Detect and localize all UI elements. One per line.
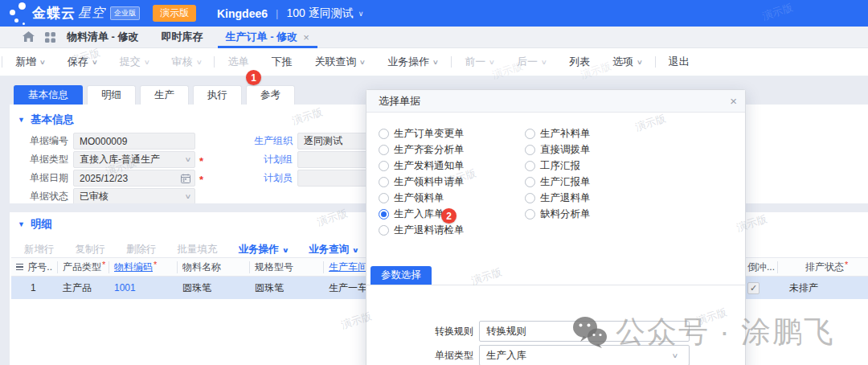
home-icon[interactable] bbox=[23, 31, 35, 43]
column-header-backflush[interactable]: 倒冲... bbox=[743, 261, 778, 273]
tab-reference[interactable]: 参考 bbox=[246, 85, 295, 105]
radio-icon bbox=[525, 193, 535, 203]
chevron-down-icon[interactable]: ∨ bbox=[358, 10, 364, 18]
dialog-header: 选择单据 × bbox=[366, 90, 745, 113]
radio-option[interactable]: 生产订单变更单 bbox=[379, 125, 465, 141]
copy-row-button[interactable]: 复制行 bbox=[76, 243, 106, 256]
chevron-down-icon: ∨ bbox=[489, 59, 495, 66]
toolbar-divider bbox=[451, 56, 452, 68]
next-button[interactable]: 后一∨ bbox=[517, 55, 547, 69]
topbar-divider: | bbox=[276, 7, 278, 19]
tab-basic-info[interactable]: 基本信息 bbox=[14, 85, 83, 105]
bill-type-select[interactable]: 生产入库∨ bbox=[479, 345, 690, 365]
radio-option[interactable]: 生产领料单 bbox=[379, 190, 465, 206]
add-row-button[interactable]: 新增行 bbox=[24, 243, 55, 256]
field-label: 计划员 bbox=[235, 171, 293, 185]
tab-parameter-select[interactable]: 参数选择 bbox=[371, 266, 432, 285]
batch-fill-button[interactable]: 批量填充 bbox=[178, 243, 218, 256]
tab-production-order-edit[interactable]: 生产订单 - 修改 × bbox=[215, 27, 321, 48]
radio-option[interactable]: 直接调拨单 bbox=[525, 141, 591, 158]
radio-option[interactable]: 生产汇报单 bbox=[525, 174, 591, 190]
chevron-down-icon: ∨ bbox=[185, 193, 192, 200]
chevron-down-icon: ∨ bbox=[672, 352, 679, 359]
action-toolbar: 新增∨ 保存∨ 提交∨ 审核∨ 选单 下推 关联查询∨ 业务操作∨ 前一∨ 后一… bbox=[0, 48, 868, 76]
audit-button[interactable]: 审核∨ bbox=[172, 55, 202, 69]
tab-bom-edit[interactable]: 物料清单 - 修改 bbox=[55, 27, 150, 48]
column-header-product-type[interactable]: 产品类型* bbox=[58, 261, 109, 273]
option-column-right: 生产补料单 直接调拨单 工序汇报 生产汇报单 生产退料单 缺料分析单 bbox=[525, 125, 591, 222]
radio-icon bbox=[379, 177, 389, 187]
row-business-operation-button[interactable]: 业务操作∨ bbox=[239, 243, 289, 256]
field-label: 单据编号 bbox=[10, 134, 68, 148]
column-header-spec[interactable]: 规格型号 bbox=[250, 261, 324, 273]
cell-seq: 1 bbox=[11, 282, 58, 293]
select-bill-button[interactable]: 选单 bbox=[227, 55, 248, 69]
radio-option[interactable]: 生产齐套分析单 bbox=[379, 141, 465, 158]
radio-option[interactable]: 生产补料单 bbox=[525, 125, 591, 141]
field-label: 单据类型 bbox=[366, 349, 473, 363]
required-asterisk: * bbox=[102, 260, 105, 269]
tab-execution[interactable]: 执行 bbox=[193, 85, 242, 105]
previous-button[interactable]: 前一∨ bbox=[465, 55, 494, 69]
cell-material-name: 圆珠笔 bbox=[178, 281, 250, 295]
chevron-down-icon: ∨ bbox=[195, 59, 202, 66]
radio-icon bbox=[525, 177, 535, 187]
radio-icon bbox=[379, 193, 389, 203]
bill-status-select[interactable]: 已审核∨ bbox=[73, 188, 195, 205]
row-menu-icon[interactable] bbox=[16, 262, 23, 273]
toolbar-divider bbox=[655, 56, 656, 68]
exit-button[interactable]: 退出 bbox=[669, 55, 690, 69]
push-down-button[interactable]: 下推 bbox=[271, 55, 292, 69]
cell-material-code[interactable]: 1001 bbox=[109, 282, 178, 293]
list-button[interactable]: 列表 bbox=[569, 55, 590, 69]
chevron-down-icon: ∨ bbox=[432, 59, 439, 66]
cell-backflush[interactable]: ✓ bbox=[743, 282, 778, 294]
radio-option[interactable]: 生产领料申请单 bbox=[379, 174, 465, 190]
radio-icon bbox=[379, 145, 389, 155]
column-header-seq[interactable]: 序号.. bbox=[11, 261, 58, 273]
bill-number-field[interactable]: MO000009 bbox=[73, 133, 195, 150]
related-query-button[interactable]: 关联查询∨ bbox=[314, 55, 365, 69]
business-operation-button[interactable]: 业务操作∨ bbox=[387, 55, 438, 69]
tab-detail[interactable]: 明细 bbox=[87, 85, 136, 105]
account-name: Kingdee6 bbox=[217, 7, 268, 20]
checkbox-checked-icon: ✓ bbox=[747, 282, 760, 294]
chevron-down-icon: ∨ bbox=[185, 156, 192, 163]
radio-icon bbox=[525, 145, 535, 155]
tab-underline bbox=[366, 285, 745, 285]
submit-button[interactable]: 提交∨ bbox=[120, 55, 149, 69]
calendar-icon[interactable] bbox=[181, 174, 190, 183]
column-header-material-name[interactable]: 物料名称 bbox=[178, 261, 250, 273]
radio-option[interactable]: 生产退料单 bbox=[525, 190, 591, 206]
radio-option[interactable]: 缺料分析单 bbox=[525, 206, 591, 222]
column-header-material-code[interactable]: 物料编码* bbox=[109, 261, 178, 273]
kingdee-logo-icon bbox=[5, 0, 32, 27]
organization-switcher[interactable]: 100 逐同测试 bbox=[286, 6, 353, 21]
close-icon[interactable]: × bbox=[303, 31, 309, 43]
collapse-caret-icon[interactable]: ▼ bbox=[18, 116, 25, 124]
apps-grid-icon[interactable] bbox=[45, 32, 55, 43]
radio-option[interactable]: 生产退料请检单 bbox=[379, 222, 465, 238]
options-button[interactable]: 选项∨ bbox=[612, 55, 642, 69]
radio-option[interactable]: 生产发料通知单 bbox=[379, 158, 465, 174]
form-tab-strip: 基本信息 明细 生产 执行 参考 bbox=[14, 85, 295, 105]
radio-option[interactable]: 工序汇报 bbox=[525, 158, 591, 174]
bill-date-field[interactable]: 2025/12/23 bbox=[73, 170, 195, 187]
close-icon[interactable]: × bbox=[730, 94, 737, 108]
tab-inventory[interactable]: 即时库存 bbox=[150, 27, 215, 48]
save-button[interactable]: 保存∨ bbox=[68, 55, 97, 69]
chevron-down-icon: ∨ bbox=[359, 59, 366, 66]
column-header-schedule-status[interactable]: 排产状态* bbox=[778, 261, 868, 273]
delete-row-button[interactable]: 删除行 bbox=[126, 243, 157, 256]
radio-icon bbox=[525, 209, 535, 219]
convert-rule-input[interactable]: 转换规则 bbox=[479, 321, 690, 342]
brand-subname: 星空 bbox=[78, 5, 105, 22]
bill-type-select[interactable]: 直接入库-普通生产∨ bbox=[73, 151, 195, 168]
page-tab-bar: 物料清单 - 修改 即时库存 生产订单 - 修改 × bbox=[0, 27, 868, 48]
row-business-query-button[interactable]: 业务查询∨ bbox=[309, 243, 358, 256]
new-button[interactable]: 新增∨ bbox=[15, 55, 45, 69]
required-asterisk: * bbox=[199, 174, 203, 186]
cell-spec: 圆珠笔 bbox=[250, 281, 324, 295]
collapse-caret-icon[interactable]: ▼ bbox=[18, 220, 25, 228]
tab-production[interactable]: 生产 bbox=[140, 85, 189, 105]
